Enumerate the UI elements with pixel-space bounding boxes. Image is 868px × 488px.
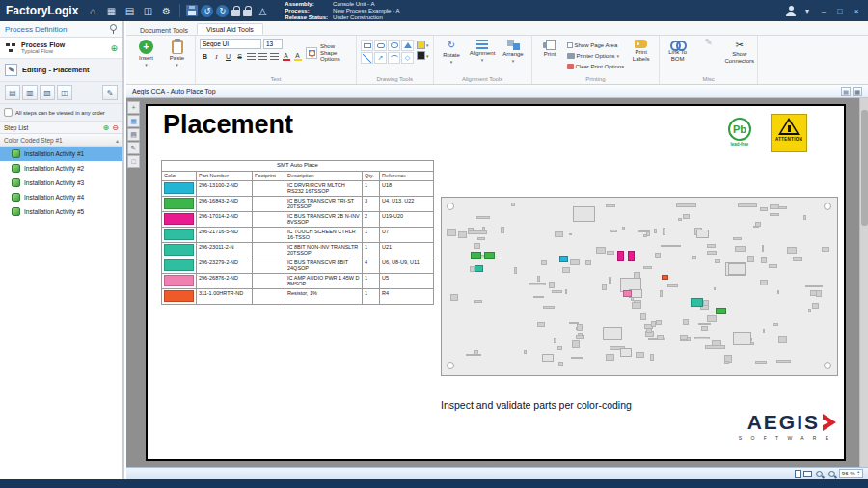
lock-icon[interactable]	[231, 10, 240, 16]
zoom-out-icon[interactable]	[814, 469, 825, 479]
fit-width-button[interactable]	[803, 471, 812, 477]
import-step-button[interactable]: ◫	[57, 85, 72, 100]
zoom-in-icon[interactable]	[827, 469, 837, 479]
redo-icon[interactable]: ↻	[216, 5, 229, 17]
fill-color-button[interactable]: ▾	[417, 41, 429, 49]
close-button[interactable]: ×	[851, 7, 862, 15]
undo-icon[interactable]: ↺	[201, 5, 213, 17]
printer-options-button[interactable]: Printer Options ▾	[567, 51, 625, 61]
font-color-button[interactable]: A	[281, 53, 291, 61]
align-center-button[interactable]	[258, 51, 268, 62]
edit-step-button[interactable]: ✎	[102, 85, 118, 100]
zoom-level-control[interactable]: 96 % ▲▼	[839, 469, 863, 478]
triangle-tool-button[interactable]	[401, 40, 414, 51]
rotate-button[interactable]: ↻ Rotate ▾	[438, 38, 466, 64]
print-labels-button[interactable]: Print Labels	[627, 38, 655, 62]
show-shape-options-button[interactable]: Show Shape Options	[306, 38, 352, 63]
step-list-item[interactable]: Installation Activity #2	[0, 161, 122, 176]
step-group-header[interactable]: Color Coded Step #1 ▴	[0, 134, 122, 147]
restore-button[interactable]: □	[834, 7, 846, 15]
font-name-input[interactable]	[200, 39, 261, 49]
step-list-item[interactable]: Installation Activity #5	[0, 204, 122, 219]
parts-table-container[interactable]: SMT Auto Place ColorPart NumberFootprint…	[161, 160, 433, 305]
paste-button[interactable]: Paste ▾	[163, 38, 191, 67]
font-size-input[interactable]	[263, 39, 283, 49]
user-icon[interactable]	[785, 6, 797, 16]
process-flow-item[interactable]: Process Flow Typical Flow ⊕	[0, 38, 122, 59]
step-list-item[interactable]: Installation Activity #1	[0, 147, 122, 161]
fit-page-button[interactable]	[795, 470, 801, 478]
align-left-button[interactable]	[246, 51, 257, 62]
scrollbar-thumb[interactable]	[861, 110, 868, 226]
vertical-scrollbar[interactable]	[859, 98, 868, 467]
show-page-area-toggle[interactable]: Show Page Area	[567, 41, 625, 50]
underline-button[interactable]: U	[223, 51, 233, 62]
annotate-button[interactable]: ✎	[127, 142, 140, 154]
pcb-board[interactable]	[441, 197, 838, 376]
print-button[interactable]: Print	[536, 38, 564, 58]
step-list-item[interactable]: Installation Activity #4	[0, 190, 122, 204]
rectangle-tool-button[interactable]	[361, 40, 373, 51]
print-visual-aid-icon[interactable]: ▦	[853, 87, 862, 96]
grid-view-button[interactable]: ▦	[127, 115, 140, 127]
clear-print-options-button[interactable]: Clear Print Options	[567, 62, 625, 71]
aegis-logo: AEGIS S O F T W A R E	[739, 411, 836, 441]
arrow-tool-button[interactable]: ↗	[374, 52, 387, 64]
step-label: Installation Activity #2	[24, 165, 84, 172]
minimize-button[interactable]: –	[818, 7, 829, 15]
pin-icon[interactable]	[109, 24, 118, 34]
zoom-spinner[interactable]: ▲▼	[857, 471, 860, 477]
pcb-part	[714, 287, 716, 289]
align-right-button[interactable]	[269, 51, 280, 62]
collapse-chevron-icon[interactable]: ▴	[116, 137, 119, 144]
library-icon[interactable]: ◫	[140, 3, 155, 18]
printer-small-icon	[567, 53, 575, 59]
new-step-button[interactable]: ▤	[5, 85, 20, 100]
tab-visual-aid-tools[interactable]: Visual Aid Tools	[197, 23, 263, 35]
line-tool-button[interactable]	[361, 52, 373, 64]
layers-button[interactable]: ▤	[127, 128, 140, 141]
user-menu-caret-icon[interactable]: ▾	[801, 7, 813, 15]
documents-icon[interactable]: ▤	[122, 3, 137, 18]
dashboard-icon[interactable]: ▦	[103, 3, 119, 18]
arrange-button[interactable]: Arrange ▾	[500, 38, 528, 63]
alignment-button[interactable]: Alignment ▾	[469, 38, 497, 62]
save-visual-aid-icon[interactable]: ▤	[841, 87, 851, 96]
home-icon[interactable]: ⌂	[85, 3, 100, 18]
any-order-checkbox[interactable]	[4, 108, 12, 116]
checkout-lock-icon[interactable]	[243, 10, 252, 16]
step-list-item[interactable]: Installation Activity #3	[0, 176, 122, 190]
add-step-icon[interactable]: ⊕	[103, 123, 110, 132]
panel-title: Process Definition	[5, 25, 67, 34]
show-connectors-button[interactable]: ✂ Show Connectors	[725, 38, 753, 64]
remove-step-icon[interactable]: ⊖	[112, 123, 119, 132]
esd-warning-label: ATTENTION	[771, 114, 807, 152]
save-icon[interactable]	[186, 5, 198, 16]
insert-button[interactable]: + Insert ▾	[132, 38, 160, 67]
workflow-icon[interactable]: △	[255, 3, 270, 18]
editing-label: Editing - Placement	[22, 66, 90, 74]
link-to-bom-button[interactable]: Link To BOM	[664, 38, 692, 62]
curve-tool-button[interactable]	[388, 52, 400, 64]
copy-step-button[interactable]: ▥	[22, 85, 38, 100]
strikethrough-button[interactable]: S	[234, 51, 245, 62]
tab-document-tools[interactable]: Document Tools	[131, 25, 197, 35]
bold-button[interactable]: B	[200, 51, 210, 62]
italic-button[interactable]: I	[211, 51, 222, 62]
pcb-part	[537, 322, 545, 327]
settings-gear-icon[interactable]: ⚙	[158, 3, 174, 18]
visual-aid-page[interactable]: Placement Pb lead-free ATTENTION SMT Aut…	[146, 104, 846, 461]
highlight-color-button[interactable]: A	[292, 53, 303, 61]
add-element-button[interactable]: +	[127, 101, 140, 114]
template-step-button[interactable]: ▧	[40, 85, 55, 100]
line-color-button[interactable]: ▾	[417, 51, 429, 60]
add-flow-icon[interactable]: ⊕	[110, 43, 118, 53]
document-canvas[interactable]: + ▦ ▤ ✎ □ Placement Pb lead-free ATTENTI…	[126, 98, 868, 467]
pcb-part	[760, 280, 768, 285]
pcb-part	[552, 290, 562, 293]
diamond-tool-button[interactable]: ◇	[401, 52, 414, 64]
table-cell: IC 8BIT NON-INV TRANSLTR 20TSSOP	[285, 243, 363, 258]
select-button[interactable]: □	[127, 155, 140, 168]
ellipse-tool-button[interactable]	[388, 40, 400, 51]
rounded-rectangle-tool-button[interactable]	[374, 40, 387, 51]
